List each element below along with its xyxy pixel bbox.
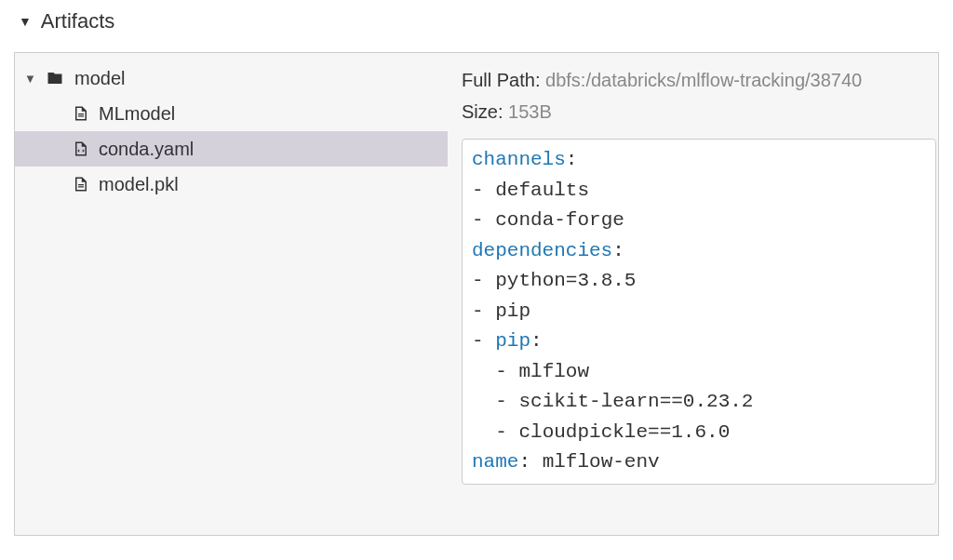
yaml-value: mlflow-env — [543, 451, 660, 473]
file-icon — [73, 103, 89, 124]
yaml-dash: - — [472, 180, 495, 201]
code-file-icon — [73, 139, 89, 159]
yaml-key: name — [472, 451, 518, 473]
tree-item-label: MLmodel — [99, 103, 175, 125]
section-title: Artifacts — [41, 9, 114, 33]
yaml-colon: : — [530, 330, 543, 352]
folder-icon — [45, 70, 65, 87]
yaml-dash: - — [472, 391, 518, 412]
tree-file-conda-yaml[interactable]: conda.yaml — [15, 131, 448, 167]
yaml-colon: : — [612, 240, 624, 261]
yaml-colon: : — [566, 149, 578, 170]
yaml-key: dependencies — [472, 240, 612, 261]
full-path-row: Full Path: dbfs:/databricks/mlflow-track… — [462, 64, 938, 96]
detail-panel: Full Path: dbfs:/databricks/mlflow-track… — [448, 53, 938, 535]
yaml-value: scikit-learn==0.23.2 — [518, 391, 753, 412]
caret-down-icon: ▼ — [19, 14, 32, 29]
caret-down-icon: ▼ — [24, 72, 41, 86]
size-row: Size: 153B — [462, 96, 938, 127]
section-header[interactable]: ▼ Artifacts — [0, 0, 953, 43]
yaml-value: mlflow — [518, 361, 589, 382]
tree-item-label: model.pkl — [99, 174, 179, 195]
full-path-label: Full Path: — [462, 70, 545, 90]
yaml-dash: - — [472, 421, 518, 443]
size-value: 153B — [508, 101, 552, 122]
yaml-value: conda-forge — [495, 209, 624, 231]
yaml-dash: - — [472, 330, 495, 352]
file-content-viewer[interactable]: channels: - defaults - conda-forge depen… — [462, 139, 936, 485]
size-label: Size: — [462, 101, 508, 122]
yaml-key: channels — [472, 149, 566, 170]
tree-file-mlmodel[interactable]: MLmodel — [15, 96, 448, 131]
yaml-colon: : — [518, 451, 542, 473]
full-path-value: dbfs:/databricks/mlflow-tracking/38740 — [545, 70, 862, 90]
yaml-dash: - — [472, 270, 495, 291]
yaml-dash: - — [472, 361, 518, 382]
yaml-value: python=3.8.5 — [495, 270, 636, 291]
yaml-dash: - — [472, 300, 495, 322]
tree-panel: ▼ model MLmodel conda.yaml — [15, 53, 448, 535]
yaml-dash: - — [472, 209, 495, 231]
yaml-key: pip — [495, 330, 530, 352]
tree-item-label: conda.yaml — [99, 139, 194, 160]
tree-folder-model[interactable]: ▼ model — [15, 60, 448, 96]
tree-file-model-pkl[interactable]: model.pkl — [15, 167, 448, 202]
yaml-value: pip — [495, 300, 530, 322]
detail-meta: Full Path: dbfs:/databricks/mlflow-track… — [462, 64, 938, 127]
artifacts-panel: ▼ model MLmodel conda.yaml — [14, 52, 939, 536]
tree-item-label: model — [74, 68, 125, 89]
file-icon — [73, 174, 89, 194]
yaml-value: cloudpickle==1.6.0 — [518, 421, 730, 443]
yaml-value: defaults — [495, 180, 589, 201]
